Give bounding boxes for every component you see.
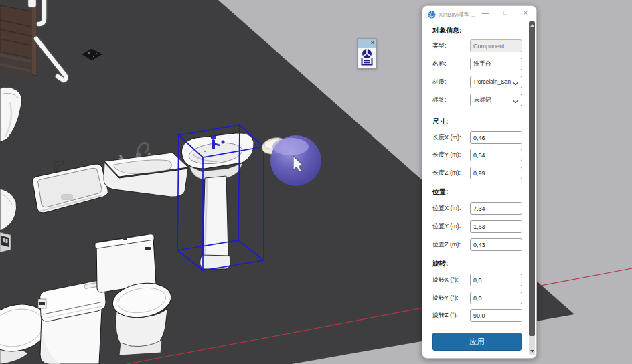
position-z-label: 位置Z (m): (432, 238, 461, 251)
apply-button[interactable]: 应用 (432, 333, 522, 351)
field-row-position-y: 位置Y (m): (432, 220, 526, 233)
field-row-rotation-y: 旋转Y (°): (432, 292, 526, 304)
rotation-y-label: 旋转Y (°): (432, 292, 458, 304)
material-select-value: Porcelain_San (474, 76, 511, 88)
length-y-input[interactable] (470, 149, 522, 161)
field-row-position-z: 位置Z (m): (432, 238, 526, 251)
field-row-type: 类型: (432, 39, 526, 52)
field-row-name: 名称: (432, 58, 526, 70)
section-object-info: 对象信息: (432, 26, 461, 35)
panel-titlebar[interactable]: XinBIM模型... — □ × (422, 6, 536, 22)
chevron-down-icon (513, 97, 518, 102)
drag-dots-icon: ... (360, 37, 364, 42)
position-x-label: 位置X (m): (432, 202, 461, 215)
field-row-length-x: 长度X (m): (432, 131, 526, 144)
position-x-input[interactable] (470, 202, 522, 215)
material-label: 材质: (432, 76, 447, 88)
rotation-z-label: 旋转Z (°): (432, 309, 458, 322)
position-y-input[interactable] (470, 220, 522, 233)
xinbim-sphere-icon (428, 9, 436, 17)
mini-toolbar-close-icon[interactable]: × (371, 39, 374, 47)
field-row-length-y: 长度Y (m): (432, 149, 526, 161)
type-input (470, 39, 522, 52)
mini-toolbar-titlebar[interactable]: ... × (358, 39, 376, 48)
viewport-3d[interactable] (0, 0, 632, 364)
length-y-label: 长度Y (m): (432, 149, 461, 161)
field-row-rotation-z: 旋转Z (°): (432, 309, 526, 322)
section-dimensions: 尺寸: (432, 117, 448, 126)
length-z-label: 长度Z (m): (432, 167, 461, 179)
type-label: 类型: (432, 39, 447, 52)
tag-select-value: 未标记 (474, 94, 491, 106)
scrollbar-thumb[interactable] (529, 21, 535, 336)
section-position: 位置: (432, 187, 448, 197)
smart-toilet[interactable] (38, 280, 106, 364)
name-label: 名称: (432, 58, 447, 70)
field-row-position-x: 位置X (m): (432, 202, 526, 215)
field-row-length-z: 长度Z (m): (432, 167, 526, 179)
material-select[interactable]: Porcelain_San (470, 76, 522, 88)
field-row-material: 材质: Porcelain_San (432, 76, 526, 88)
rotation-z-input[interactable] (470, 309, 522, 322)
name-input[interactable] (470, 58, 522, 70)
flush-plate[interactable] (0, 232, 11, 252)
section-rotation: 旋转: (432, 259, 448, 268)
rotation-x-input[interactable] (470, 274, 522, 286)
field-row-tag: 标签: 未标记 (432, 94, 526, 106)
field-row-rotation-x: 旋转X (°): (432, 274, 526, 286)
scroll-down-icon[interactable] (530, 350, 534, 353)
panel-scrollbar[interactable] (529, 21, 535, 355)
close-button[interactable]: × (520, 8, 531, 19)
tag-label: 标签: (432, 94, 447, 106)
position-z-input[interactable] (470, 238, 522, 251)
rotation-x-label: 旋转X (°): (432, 274, 459, 286)
scroll-up-icon[interactable] (530, 24, 534, 27)
rotation-y-input[interactable] (470, 292, 522, 304)
xinbim-panel-window: XinBIM模型... — □ × 对象信息: 类型: 名称: 材质: Porc… (422, 5, 537, 359)
length-x-label: 长度X (m): (432, 131, 461, 144)
bim-export-icon[interactable] (360, 48, 374, 69)
position-y-label: 位置Y (m): (432, 220, 461, 233)
mini-toolbar-window[interactable]: ... × (357, 38, 376, 69)
length-z-input[interactable] (470, 167, 522, 179)
tag-select[interactable]: 未标记 (470, 94, 522, 106)
chevron-down-icon (513, 79, 518, 84)
towel-radiator[interactable] (0, 0, 37, 76)
panel-title: XinBIM模型... (439, 11, 475, 19)
maximize-button[interactable]: □ (500, 8, 511, 19)
length-x-input[interactable] (470, 131, 522, 144)
minimize-button[interactable]: — (480, 8, 491, 19)
